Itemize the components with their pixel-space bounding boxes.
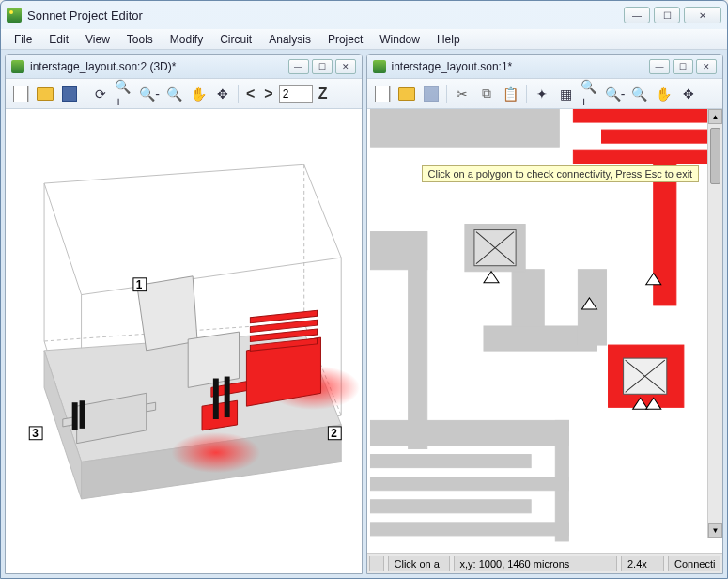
right-statusbar: Click on a x,y: 1000, 1460 microns 2.4x … <box>367 553 723 573</box>
right-doc-title: interstage_layout.son:1* <box>392 60 650 73</box>
svg-rect-35 <box>555 420 568 541</box>
refresh-button[interactable]: ⟳ <box>89 83 112 105</box>
menu-tools[interactable]: Tools <box>119 31 161 48</box>
pan-button[interactable]: ✋ <box>653 83 675 105</box>
left-close-button[interactable]: ✕ <box>335 59 356 74</box>
pan-button[interactable]: ✋ <box>187 83 209 105</box>
port-2-label: 2 <box>331 427 337 440</box>
zoom-out-button[interactable]: 🔍- <box>138 83 161 105</box>
right-titlebar[interactable]: interstage_layout.son:1* — ☐ ✕ <box>367 55 723 79</box>
new-file-button[interactable] <box>371 83 394 105</box>
connectivity-tooltip: Click on a polygon to check connectivity… <box>422 165 700 182</box>
save-file-button[interactable] <box>420 83 442 105</box>
svg-marker-15 <box>202 400 238 430</box>
zoom-out-button[interactable]: 🔍- <box>604 83 627 105</box>
doc-icon <box>373 60 386 73</box>
left-3d-svg: 1 2 3 <box>6 109 362 573</box>
box-button[interactable]: ▦ <box>555 83 578 105</box>
layer-input[interactable] <box>279 85 313 103</box>
svg-rect-30 <box>370 523 568 536</box>
save-file-button[interactable] <box>58 83 81 105</box>
left-titlebar[interactable]: interstage_layout.son:2 (3D)* — ☐ ✕ <box>6 55 362 79</box>
menu-analysis[interactable]: Analysis <box>261 31 318 48</box>
menu-file[interactable]: File <box>7 31 39 48</box>
right-maximize-button[interactable]: ☐ <box>673 59 693 74</box>
svg-rect-26 <box>370 420 568 445</box>
cut-button[interactable]: ✂ <box>451 83 473 105</box>
zoom-in-button[interactable]: 🔍+ <box>580 83 602 105</box>
main-maximize-button[interactable]: ☐ <box>654 7 680 23</box>
next-layer-button[interactable]: > <box>260 86 276 102</box>
scroll-track[interactable] <box>708 186 722 523</box>
port-3-label: 3 <box>32 427 39 440</box>
status-hint: Click on a <box>388 556 450 571</box>
svg-rect-37 <box>601 130 722 143</box>
open-file-button[interactable] <box>395 83 418 105</box>
scroll-down-icon[interactable]: ▼ <box>708 523 722 538</box>
menu-modify[interactable]: Modify <box>163 31 210 48</box>
toolbar-separator <box>526 85 527 103</box>
app-icon <box>7 8 22 23</box>
vertical-scrollbar[interactable]: ▲ ▼ <box>707 109 722 538</box>
open-file-button[interactable] <box>34 83 56 105</box>
zoom-in-button[interactable]: 🔍+ <box>114 83 136 105</box>
menu-edit[interactable]: Edit <box>41 31 76 48</box>
svg-rect-19 <box>225 377 230 417</box>
scroll-up-icon[interactable]: ▲ <box>708 109 722 124</box>
status-coords: x,y: 1000, 1460 microns <box>454 556 618 571</box>
status-indicator-icon <box>369 556 384 571</box>
main-minimize-button[interactable]: — <box>624 7 650 23</box>
svg-rect-36 <box>573 109 722 122</box>
copy-button[interactable]: ⧉ <box>475 83 498 105</box>
new-file-button[interactable] <box>9 83 32 105</box>
new-poly-button[interactable]: ✦ <box>531 83 553 105</box>
svg-rect-38 <box>573 150 722 164</box>
app-title: Sonnet Project Editor <box>27 8 624 23</box>
zoom-fit-button[interactable]: 🔍 <box>163 83 185 105</box>
menu-circuit[interactable]: Circuit <box>212 31 259 48</box>
move-button[interactable]: ✥ <box>677 83 700 105</box>
workspace: interstage_layout.son:2 (3D)* — ☐ ✕ ⟳ 🔍+… <box>1 50 727 578</box>
main-titlebar[interactable]: Sonnet Project Editor — ☐ ✕ <box>1 1 727 29</box>
menu-window[interactable]: Window <box>372 31 427 48</box>
paste-button[interactable]: 📋 <box>500 83 522 105</box>
svg-rect-18 <box>213 379 219 419</box>
right-minimize-button[interactable]: — <box>649 59 670 74</box>
layer-z-label: Z <box>315 86 332 102</box>
svg-rect-27 <box>370 455 531 468</box>
scroll-thumb[interactable] <box>710 128 720 184</box>
menu-view[interactable]: View <box>78 31 117 48</box>
toolbar-separator <box>85 85 85 103</box>
right-canvas[interactable]: Click on a polygon to check connectivity… <box>367 109 723 553</box>
svg-rect-23 <box>370 109 559 147</box>
menu-help[interactable]: Help <box>429 31 468 48</box>
svg-rect-29 <box>370 500 531 513</box>
left-doc-title: interstage_layout.son:2 (3D)* <box>30 60 288 73</box>
prev-layer-button[interactable]: < <box>242 86 258 102</box>
left-canvas[interactable]: 1 2 3 <box>6 109 362 573</box>
svg-marker-43 <box>483 272 498 283</box>
left-maximize-button[interactable]: ☐ <box>312 59 333 74</box>
main-window-buttons: — ☐ ✕ <box>624 7 721 23</box>
port-1-label: 1 <box>136 278 143 291</box>
svg-rect-28 <box>370 477 568 491</box>
menu-project[interactable]: Project <box>320 31 370 48</box>
toolbar-separator <box>446 85 447 103</box>
svg-rect-17 <box>80 400 85 429</box>
svg-point-3 <box>171 432 260 473</box>
right-child-window: interstage_layout.son:1* — ☐ ✕ ✂ ⧉ 📋 ✦ ▦… <box>366 54 724 574</box>
status-mode: Connecti <box>668 556 720 571</box>
move-button[interactable]: ✥ <box>211 83 234 105</box>
left-toolbar: ⟳ 🔍+ 🔍- 🔍 ✋ ✥ < > Z <box>6 79 362 109</box>
doc-icon <box>11 60 24 73</box>
zoom-fit-button[interactable]: 🔍 <box>628 83 651 105</box>
toolbar-separator <box>238 85 239 103</box>
left-minimize-button[interactable]: — <box>288 59 309 74</box>
right-toolbar: ✂ ⧉ 📋 ✦ ▦ 🔍+ 🔍- 🔍 ✋ ✥ <box>367 79 723 109</box>
svg-rect-16 <box>72 402 78 430</box>
svg-rect-25 <box>408 232 426 449</box>
left-child-window: interstage_layout.son:2 (3D)* — ☐ ✕ ⟳ 🔍+… <box>5 54 363 574</box>
main-close-button[interactable]: ✕ <box>684 7 721 23</box>
right-close-button[interactable]: ✕ <box>696 59 717 74</box>
menubar: File Edit View Tools Modify Circuit Anal… <box>1 29 727 50</box>
